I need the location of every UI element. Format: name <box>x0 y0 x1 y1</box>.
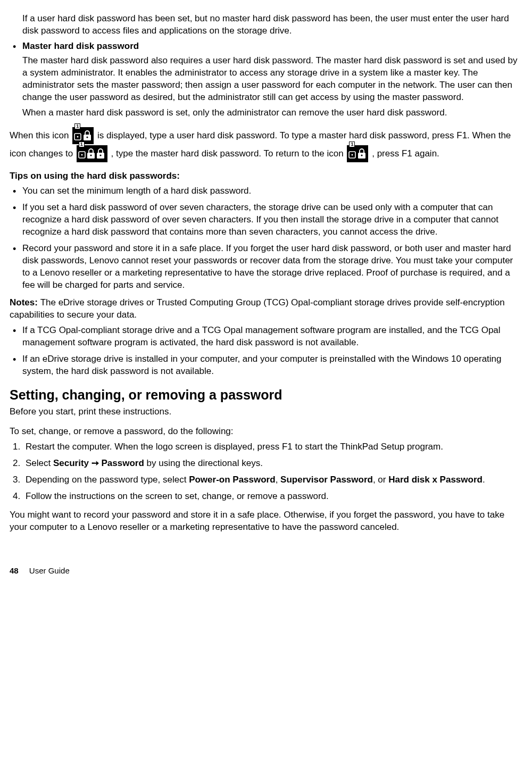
step3-harddisk: Hard disk x Password <box>388 475 483 485</box>
footer-title: User Guide <box>29 566 70 575</box>
svg-point-9 <box>99 154 101 156</box>
svg-point-3 <box>87 136 88 138</box>
section-heading: Setting, changing, or removing a passwor… <box>10 386 522 404</box>
intro-paragraph: If a user hard disk password has been se… <box>22 13 522 37</box>
step-item: Follow the instructions on the screen to… <box>10 490 522 503</box>
tip-item: Record your password and store it in a s… <box>10 243 522 292</box>
step3-poweron: Power-on Password <box>189 475 275 485</box>
step3-sep2: , or <box>373 475 388 485</box>
step2-password: Password <box>102 458 144 468</box>
step2-text-a: Select <box>26 458 53 468</box>
icon-instruction-paragraph: When this icon 1 is displayed, type a us… <box>10 127 522 163</box>
notes-list: If a TCG Opal-compliant storage drive an… <box>10 325 522 378</box>
step3-sep1: , <box>276 475 280 485</box>
master-pw-p2: When a master hard disk password is set,… <box>22 107 522 119</box>
arrow-icon: ➙ <box>89 458 101 468</box>
master-pw-p1: The master hard disk password also requi… <box>22 55 522 104</box>
svg-point-13 <box>361 154 363 156</box>
master-pw-heading: Master hard disk password <box>22 41 139 51</box>
step3-text-a: Depending on the password type, select <box>26 475 189 485</box>
icon-text-4: , press F1 again. <box>372 148 439 159</box>
tips-heading: Tips on using the hard disk passwords: <box>10 170 522 182</box>
steps-list: Restart the computer. When the logo scre… <box>10 441 522 503</box>
step3-supervisor: Supervisor Password <box>280 475 373 485</box>
step2-security: Security <box>53 458 89 468</box>
user-hdd-password-icon-2: 1 <box>347 145 368 162</box>
page-content: If a user hard disk password has been se… <box>10 13 522 534</box>
master-pw-item: Master hard disk password The master har… <box>10 40 522 119</box>
step-item: Select Security ➙ Password by using the … <box>10 458 522 470</box>
step2-text-c: by using the directional keys. <box>144 458 263 468</box>
step-item: Depending on the password type, select P… <box>10 474 522 486</box>
section-lead: To set, change, or remove a password, do… <box>10 426 522 438</box>
note-item: If an eDrive storage drive is installed … <box>10 353 522 378</box>
section-intro: Before you start, print these instructio… <box>10 406 522 418</box>
icon-text-3: , type the master hard disk password. To… <box>111 148 346 159</box>
step-item: Restart the computer. When the logo scre… <box>10 441 522 453</box>
page-footer: 48 User Guide <box>10 566 522 576</box>
note-item: If a TCG Opal-compliant storage drive an… <box>10 325 522 349</box>
svg-point-1 <box>77 136 79 138</box>
tip-item: You can set the minimum length of a hard… <box>10 185 522 197</box>
page-number: 48 <box>10 566 19 575</box>
icon-text-1: When this icon <box>10 130 71 140</box>
notes-intro: The eDrive storage drives or Trusted Com… <box>10 297 505 320</box>
svg-point-11 <box>352 154 353 156</box>
closing-paragraph: You might want to record your password a… <box>10 509 522 534</box>
master-hdd-password-icon: 1 <box>77 145 107 162</box>
notes-label: Notes: <box>10 297 40 307</box>
tip-item: If you set a hard disk password of over … <box>10 202 522 238</box>
svg-point-7 <box>90 154 92 156</box>
master-pw-list: Master hard disk password The master har… <box>10 40 522 119</box>
svg-point-5 <box>81 154 82 156</box>
tips-list: You can set the minimum length of a hard… <box>10 185 522 292</box>
notes-paragraph: Notes: The eDrive storage drives or Trus… <box>10 297 522 321</box>
step3-end: . <box>483 475 485 485</box>
